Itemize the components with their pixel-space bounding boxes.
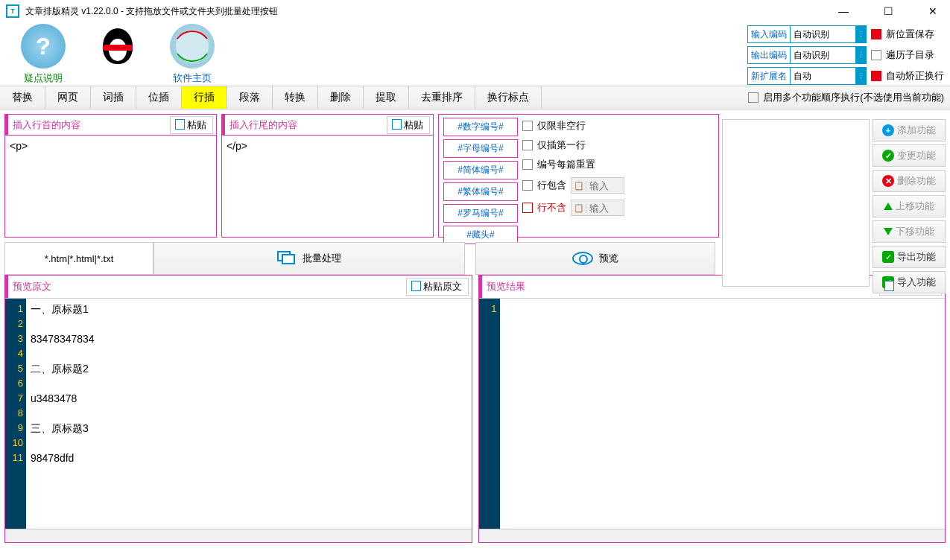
tab-posinsert[interactable]: 位插 — [136, 86, 182, 109]
insert-head-title: 插入行首的内容 — [8, 118, 170, 132]
paste-source-button[interactable]: 粘贴原文 — [406, 278, 469, 296]
insert-tail-textarea[interactable] — [222, 136, 433, 237]
tab-extract[interactable]: 提取 — [364, 86, 409, 109]
window-title: 文章排版精灵 v1.22.0.0 - 支持拖放文件或文件夹到批量处理按钮 — [25, 5, 832, 18]
copy-icon — [886, 282, 894, 291]
contains-input-group[interactable]: 📋 — [571, 177, 624, 194]
import-function-button[interactable]: ✓导入功能 — [873, 271, 946, 293]
export-function-button[interactable]: ✓导出功能 — [873, 246, 946, 268]
tag-traditional[interactable]: #繁体编号# — [443, 182, 518, 201]
arrow-down-icon — [884, 228, 893, 235]
help-icon: ? — [21, 24, 66, 69]
insert-tail-title: 插入行尾的内容 — [225, 118, 387, 132]
paste-icon — [413, 282, 421, 291]
tag-letter[interactable]: #字母编号# — [443, 139, 518, 158]
tag-roman[interactable]: #罗马编号# — [443, 204, 518, 223]
preview-source-title: 预览原文 — [8, 280, 406, 293]
change-function-button[interactable]: ✓变更功能 — [873, 144, 946, 167]
tab-dedup[interactable]: 去重排序 — [409, 86, 475, 109]
line-gutter: 1234567891011 — [5, 299, 26, 529]
delete-function-button[interactable]: ✕删除功能 — [873, 170, 946, 192]
paste-tail-button[interactable]: 粘贴 — [387, 116, 430, 134]
output-encoding-select[interactable]: 输出编码 自动识别 ⋮ — [747, 46, 867, 64]
tag-number[interactable]: #数字编号# — [443, 118, 518, 136]
contains-checkbox[interactable] — [522, 180, 533, 191]
homepage-button[interactable]: 软件主页 — [155, 24, 229, 85]
chevron-down-icon: ⋮ — [855, 68, 866, 84]
traverse-label: 遍历子目录 — [886, 48, 934, 62]
moveup-function-button[interactable]: 上移功能 — [873, 195, 946, 217]
tag-simplified[interactable]: #简体编号# — [443, 161, 518, 179]
source-editor[interactable]: 1234567891011 一、原标题1 83478347834 二、原标题2 … — [5, 298, 472, 529]
check-icon: ✓ — [882, 251, 894, 263]
tab-wordinsert[interactable]: 词插 — [91, 86, 136, 109]
arrow-up-icon — [884, 203, 893, 210]
scrollbar[interactable] — [5, 529, 472, 542]
main-tabs: 替换 网页 词插 位插 行插 段落 转换 删除 提取 去重排序 换行标点 启用多… — [0, 86, 950, 109]
notcontains-input[interactable] — [586, 203, 624, 214]
paste-icon: 📋 — [571, 203, 586, 213]
tab-linebreak[interactable]: 换行标点 — [475, 86, 542, 109]
tab-delete[interactable]: 删除 — [318, 86, 364, 109]
tab-lineinsert[interactable]: 行插 — [182, 86, 227, 109]
tab-replace[interactable]: 替换 — [0, 86, 45, 109]
notcontains-input-group[interactable]: 📋 — [571, 200, 624, 216]
paste-icon — [177, 121, 185, 130]
insert-head-textarea[interactable] — [5, 136, 216, 237]
penguin-icon — [95, 24, 140, 69]
not-contains-checkbox[interactable] — [522, 203, 533, 213]
tab-webpage[interactable]: 网页 — [45, 86, 91, 109]
qq-button[interactable] — [80, 24, 155, 69]
paste-icon: 📋 — [571, 181, 586, 191]
chevron-down-icon: ⋮ — [855, 26, 866, 42]
check-icon: ✓ — [882, 150, 894, 162]
stack-icon — [277, 251, 297, 266]
reset-each-checkbox[interactable] — [522, 159, 533, 170]
traverse-checkbox[interactable] — [871, 50, 881, 60]
contains-input[interactable] — [586, 180, 624, 191]
close-button[interactable]: ✕ — [922, 4, 944, 19]
plus-icon: + — [882, 124, 894, 136]
only-nonempty-checkbox[interactable] — [522, 121, 533, 131]
maximize-button[interactable]: ☐ — [877, 4, 899, 19]
input-encoding-select[interactable]: 输入编码 自动识别 ⋮ — [747, 25, 867, 43]
minimize-button[interactable]: — — [832, 4, 855, 19]
source-text[interactable]: 一、原标题1 83478347834 二、原标题2 u3483478 三、原标题… — [26, 299, 472, 529]
enable-sequence-row: 启用多个功能顺序执行(不选使用当前功能) — [742, 86, 950, 109]
line-gutter: 1 — [479, 299, 500, 529]
batch-process-button[interactable]: 批量处理 — [153, 242, 465, 275]
result-text[interactable] — [500, 299, 946, 529]
function-list[interactable] — [722, 119, 870, 287]
tab-paragraph[interactable]: 段落 — [227, 86, 273, 109]
enable-sequence-checkbox[interactable] — [748, 92, 759, 103]
result-editor[interactable]: 1 — [479, 298, 946, 529]
paste-head-button[interactable]: 粘贴 — [170, 116, 213, 134]
file-filter-input[interactable]: *.htm|*.html|*.txt — [4, 242, 153, 275]
preview-button[interactable]: 预览 — [475, 242, 715, 275]
x-icon: ✕ — [882, 175, 894, 187]
movedown-function-button[interactable]: 下移功能 — [873, 220, 946, 243]
newpos-label: 新位置保存 — [886, 28, 934, 41]
only-first-checkbox[interactable] — [522, 140, 533, 150]
autofix-checkbox[interactable] — [871, 71, 881, 81]
paste-icon — [393, 121, 402, 130]
add-function-button[interactable]: +添加功能 — [873, 119, 946, 141]
chevron-down-icon: ⋮ — [855, 47, 866, 63]
scrollbar[interactable] — [479, 529, 946, 542]
autofix-label: 自动矫正换行 — [886, 69, 944, 83]
help-button[interactable]: ? 疑点说明 — [6, 24, 80, 85]
extension-select[interactable]: 新扩展名 自动 ⋮ — [747, 67, 867, 85]
eye-icon — [572, 252, 593, 265]
tab-convert[interactable]: 转换 — [273, 86, 318, 109]
globe-icon — [170, 24, 215, 69]
newpos-checkbox[interactable] — [871, 29, 881, 39]
app-icon: T — [6, 4, 19, 18]
